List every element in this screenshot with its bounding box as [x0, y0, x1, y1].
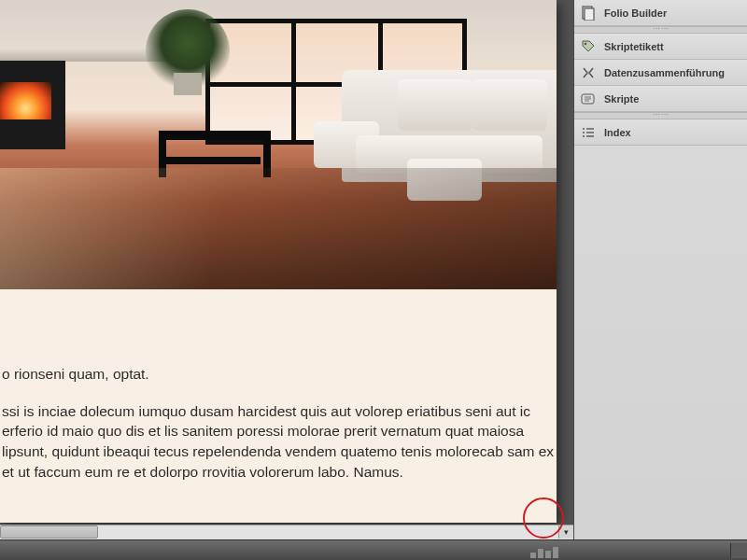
document-viewport: o rionseni quam, optat. ssi is inciae do… — [0, 0, 573, 560]
panel-label: Index — [604, 127, 631, 138]
merge-icon — [580, 64, 597, 81]
image-detail — [0, 82, 51, 119]
tag-icon — [580, 38, 597, 55]
body-paragraph: o rionseni quam, optat. — [2, 364, 557, 385]
panel-index[interactable]: Index — [574, 119, 747, 146]
document-page: o rionseni quam, optat. ssi is inciae do… — [0, 0, 557, 523]
placed-image[interactable] — [0, 0, 557, 289]
panel-skriptetikett[interactable]: Skriptetikett — [574, 34, 747, 60]
panel-datenzusammenfuehrung[interactable]: Datenzusammenführung — [574, 60, 747, 86]
scrollbar-arrow-right-icon[interactable]: ▾ — [558, 525, 573, 539]
panel-skripte[interactable]: Skripte — [574, 86, 747, 112]
status-bar — [0, 539, 747, 560]
image-detail — [0, 168, 557, 289]
script-icon — [580, 91, 597, 107]
panel-label: Skriptetikett — [604, 41, 664, 52]
image-detail — [342, 70, 557, 182]
svg-point-3 — [586, 71, 589, 74]
body-paragraph: ssi is inciae dolecum iumquo dusam harci… — [2, 401, 557, 483]
panel-folio-builder[interactable]: Folio Builder — [574, 0, 747, 26]
panel-label: Datenzusammenführung — [604, 67, 725, 78]
text-frame[interactable]: o rionseni quam, optat. ssi is inciae do… — [0, 364, 557, 482]
svg-point-2 — [585, 42, 587, 45]
panel-label: Skripte — [604, 93, 639, 105]
panel-separator[interactable] — [574, 26, 747, 34]
panel-label: Folio Builder — [604, 7, 667, 19]
status-bar-icons[interactable] — [530, 545, 568, 558]
image-detail — [174, 73, 202, 95]
right-panel-dock: Folio Builder Skriptetikett Datenzusamme… — [573, 0, 747, 539]
svg-rect-1 — [585, 8, 594, 21]
panel-separator[interactable] — [574, 112, 747, 119]
index-icon — [580, 124, 597, 141]
horizontal-scrollbar[interactable]: ▾ — [0, 525, 573, 539]
status-bar-grip-icon[interactable] — [730, 543, 747, 558]
folio-icon — [580, 5, 597, 21]
scrollbar-thumb[interactable] — [0, 525, 98, 539]
